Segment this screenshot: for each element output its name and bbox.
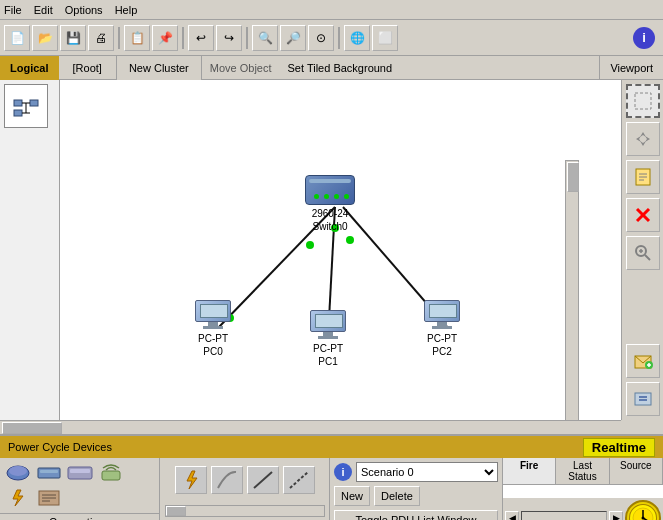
custom1-button[interactable]: 🌐 <box>344 25 370 51</box>
pc0-device[interactable]: PC-PT PC0 <box>193 300 233 358</box>
svg-rect-30 <box>635 393 651 405</box>
open-button[interactable]: 📂 <box>32 25 58 51</box>
canvas-scrollbar-vertical[interactable] <box>565 160 579 420</box>
zoom-tool-button[interactable] <box>626 236 660 270</box>
config-icon[interactable] <box>35 487 63 509</box>
pc0-icon <box>193 300 233 330</box>
realtime-badge[interactable]: Realtime <box>583 438 655 457</box>
toggle-pdu-button[interactable]: Toggle PDU List Window <box>334 510 498 520</box>
menu-help[interactable]: Help <box>115 4 138 16</box>
svg-line-53 <box>290 472 308 488</box>
scrollbar-thumb[interactable] <box>567 162 579 192</box>
conn-scroll-thumb[interactable] <box>166 506 186 516</box>
svg-point-11 <box>346 236 354 244</box>
nav-root: [Root] <box>59 56 117 80</box>
straight-line-icon[interactable] <box>211 466 243 494</box>
router-icon[interactable] <box>4 462 32 484</box>
svg-rect-0 <box>14 100 22 106</box>
redo-button[interactable]: ↪ <box>216 25 242 51</box>
nav-viewport[interactable]: Viewport <box>599 56 663 80</box>
diagonal-line-icon[interactable] <box>247 466 279 494</box>
switch-label: 2960-24 Switch0 <box>312 207 349 233</box>
new-scenario-button[interactable]: New <box>334 486 370 506</box>
move-tool-button[interactable] <box>626 122 660 156</box>
dotted-line-icon[interactable] <box>283 466 315 494</box>
menu-file[interactable]: File <box>4 4 22 16</box>
nav-set-tiled[interactable]: Set Tiled Background <box>280 56 401 80</box>
menu-options[interactable]: Options <box>65 4 103 16</box>
paste-button[interactable]: 📌 <box>152 25 178 51</box>
connections-svg <box>60 80 621 420</box>
main-area: 2960-24 Switch0 PC-PT PC0 <box>0 80 663 420</box>
nav-move-object: Move Object <box>202 56 280 80</box>
new-button[interactable]: 📄 <box>4 25 30 51</box>
info-button[interactable]: i <box>633 27 655 49</box>
bottom-panels: Connections <box>0 458 663 520</box>
svg-marker-40 <box>13 490 23 506</box>
connection-panel: natically Choose Connection <box>160 458 330 520</box>
svg-line-23 <box>645 255 650 260</box>
switch-panel-icon[interactable] <box>35 462 63 484</box>
envelope-tool-button[interactable] <box>626 344 660 378</box>
event-scrollbar[interactable] <box>521 511 607 520</box>
zoom-in-button[interactable]: 🔍 <box>252 25 278 51</box>
delete-scenario-button[interactable]: Delete <box>374 486 420 506</box>
svg-rect-39 <box>102 471 120 480</box>
nav-bar: Logical [Root] New Cluster Move Object S… <box>0 56 663 80</box>
delete-tool-button[interactable] <box>626 198 660 232</box>
realtime-clock[interactable] <box>625 500 661 520</box>
auto-connect-icon[interactable] <box>175 466 207 494</box>
save-button[interactable]: 💾 <box>60 25 86 51</box>
source-tab[interactable]: Source <box>610 458 663 484</box>
switch-device[interactable]: 2960-24 Switch0 <box>305 175 355 233</box>
last-status-tab[interactable]: Last Status <box>556 458 609 484</box>
right-sidebar <box>621 80 663 420</box>
event-scroll-right[interactable]: ▶ <box>609 511 623 520</box>
scenario-info-icon[interactable]: i <box>334 463 352 481</box>
print-button[interactable]: 🖨 <box>88 25 114 51</box>
select-tool-button[interactable] <box>626 84 660 118</box>
hub-icon[interactable] <box>66 462 94 484</box>
extra-tool-button[interactable] <box>626 382 660 416</box>
h-scrollbar-thumb[interactable] <box>2 422 62 434</box>
scenario-select[interactable]: Scenario 0 <box>356 462 498 482</box>
svg-rect-15 <box>635 93 651 109</box>
separator1 <box>118 27 120 49</box>
svg-point-59 <box>642 517 645 520</box>
note-tool-button[interactable] <box>626 160 660 194</box>
bottom-area: Power Cycle Devices Realtime <box>0 434 663 520</box>
canvas-scrollbar-horizontal[interactable] <box>0 420 621 434</box>
scenario-row: i Scenario 0 <box>334 462 498 482</box>
pc2-label: PC-PT PC2 <box>427 332 457 358</box>
menu-edit[interactable]: Edit <box>34 4 53 16</box>
power-cycle-label: Power Cycle Devices <box>8 441 112 453</box>
network-canvas[interactable]: 2960-24 Switch0 PC-PT PC0 <box>60 80 621 420</box>
nav-new-cluster[interactable]: New Cluster <box>117 56 202 80</box>
pc0-label: PC-PT PC0 <box>198 332 228 358</box>
fire-tab[interactable]: Fire <box>503 458 556 484</box>
undo-button[interactable]: ↩ <box>188 25 214 51</box>
event-bottom: ◀ ▶ <box>503 498 663 520</box>
menu-bar: File Edit Options Help <box>0 0 663 20</box>
power-icon[interactable] <box>4 487 32 509</box>
pc2-icon <box>422 300 462 330</box>
pc2-device[interactable]: PC-PT PC2 <box>422 300 462 358</box>
pc1-device[interactable]: PC-PT PC1 <box>308 310 348 368</box>
zoom-out-button[interactable]: 🔎 <box>280 25 306 51</box>
zoom-reset-button[interactable]: ⊙ <box>308 25 334 51</box>
copy-button[interactable]: 📋 <box>124 25 150 51</box>
event-scroll-left[interactable]: ◀ <box>505 511 519 520</box>
scenario-buttons-row: New Delete <box>334 486 498 506</box>
svg-rect-2 <box>30 100 38 106</box>
wireless-icon[interactable] <box>97 462 125 484</box>
event-header: Fire Last Status Source <box>503 458 663 485</box>
device-tree-icon[interactable] <box>4 84 48 128</box>
power-bar: Power Cycle Devices Realtime <box>0 436 663 458</box>
pc1-icon <box>308 310 348 340</box>
separator3 <box>246 27 248 49</box>
nav-logical[interactable]: Logical <box>0 56 59 80</box>
svg-rect-38 <box>70 469 90 473</box>
custom2-button[interactable]: ⬜ <box>372 25 398 51</box>
connection-scrollbar[interactable] <box>165 505 325 517</box>
svg-line-52 <box>254 472 272 488</box>
